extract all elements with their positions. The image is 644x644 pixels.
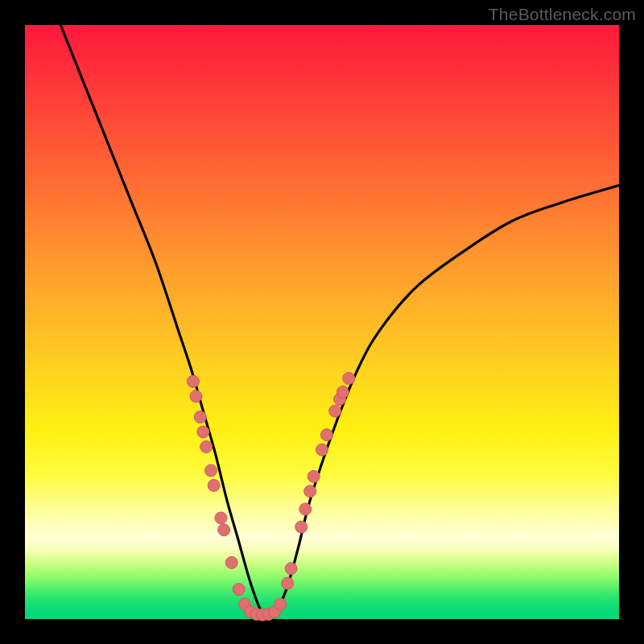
curve-marker [316, 444, 328, 456]
curve-marker [295, 521, 308, 533]
curve-marker [208, 480, 220, 492]
curve-marker [200, 441, 213, 453]
curve-marker [299, 503, 312, 515]
curve-marker [304, 485, 316, 497]
curve-marker [197, 426, 209, 438]
curve-marker [308, 470, 320, 482]
curve-marker [187, 375, 199, 387]
curve-marker [282, 577, 294, 589]
curve-marker [343, 373, 355, 385]
marker-group [187, 373, 354, 621]
curve-marker [205, 464, 217, 477]
chart-frame: TheBottleneck.com [0, 0, 644, 644]
curve-marker [190, 390, 202, 402]
curve-layer [25, 25, 619, 619]
curve-marker [233, 584, 245, 596]
curve-marker [336, 386, 349, 398]
curve-marker [225, 556, 237, 568]
plot-area [25, 25, 619, 619]
curve-marker [329, 405, 341, 417]
curve-marker [275, 598, 287, 610]
watermark-text: TheBottleneck.com [489, 5, 636, 24]
curve-marker [215, 512, 227, 524]
curve-marker [218, 524, 230, 536]
curve-marker [285, 563, 297, 575]
bottleneck-curve [60, 25, 619, 617]
curve-marker [194, 411, 206, 423]
curve-marker [320, 429, 332, 441]
